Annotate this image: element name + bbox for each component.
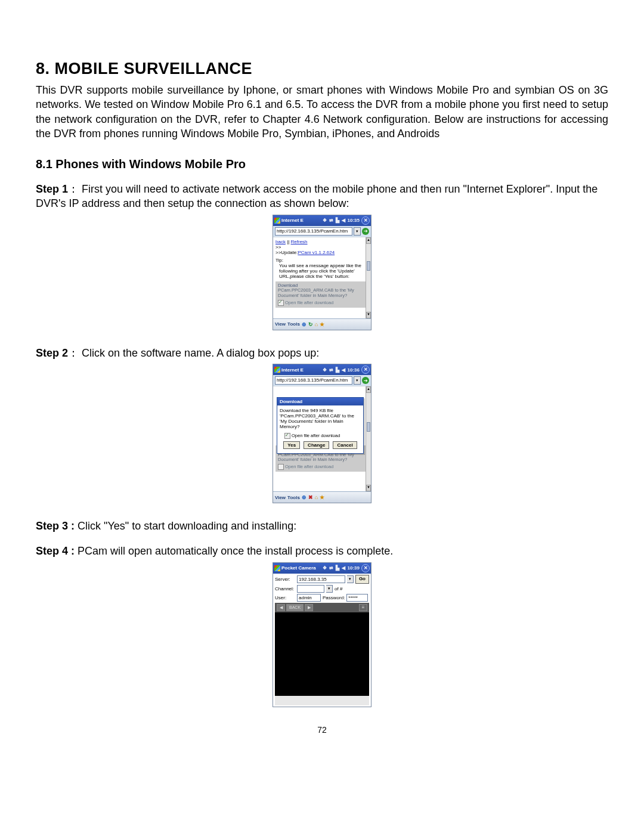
toolbar-favorites-icon[interactable]: ★ [320,321,324,327]
step-2-separator: ： [68,347,79,359]
bottom-toolbar: View Tools ⊕ ✖ ⌂ ★ [273,491,371,503]
toolbar-nav-icon[interactable]: ⊕ [302,321,306,327]
scroll-thumb[interactable] [367,422,370,432]
download-dialog: Download Download the 949 KB file 'PCam.… [277,397,364,454]
toolbar-home-icon[interactable]: ⌂ [315,494,318,500]
intro-paragraph: This DVR supports mobile surveillance by… [36,83,608,141]
user-input[interactable]: admin [297,594,321,602]
scroll-thumb[interactable] [367,261,370,271]
toolbar-refresh-icon[interactable]: ↻ [308,321,313,327]
go-button[interactable]: ➔ [362,377,369,384]
update-link[interactable]: PCam v1.1.2.624 [298,250,335,255]
channel-of-label: of # [335,586,342,592]
address-bar-row: http://192.168.3.135/PcamEn.htm ▾ ➔ [273,226,371,237]
address-bar-row: http://192.168.3.135/PcamEn.htm ▾ ➔ [273,375,371,386]
cancel-button[interactable]: Cancel [333,441,357,449]
step-1-label: Step 1 [36,183,68,195]
pcam-bottom-bar [275,696,369,705]
start-flag-icon[interactable] [274,367,280,373]
go-button[interactable]: Go [355,575,369,584]
back-button[interactable]: BACK [286,604,304,611]
browser-body: Download PCam.PPC2003_ARM.CAB to the 'My… [273,386,371,491]
close-icon[interactable]: ✕ [361,366,370,374]
section-heading: 8. MOBILE SURVEILLANCE [36,60,608,78]
gt-marker: >> [275,244,369,250]
bottom-toolbar: View Tools ⊕ ↻ ⌂ ★ [273,318,371,330]
toolbar-home-icon[interactable]: ⌂ [315,321,318,327]
step-4-text: PCam will open automatically once the in… [78,545,393,557]
scroll-up-icon[interactable]: ▲ [366,237,371,244]
tip-text: You will see a message appear like the f… [275,263,369,279]
password-input[interactable]: ***** [346,594,368,602]
view-menu[interactable]: View [275,495,286,500]
yes-button[interactable]: Yes [283,441,300,449]
back-link[interactable]: back [275,239,286,244]
bg-open-after-download-label: Open file after download [285,464,333,469]
step-1-text: First you will need to activate network … [36,183,597,209]
step-2: Step 2： Click on the software name. A di… [36,346,608,360]
connectivity-icon: ❖ [323,565,327,571]
connectivity-icon: ❖ [323,367,327,373]
open-after-download-label: Open file after download [292,433,340,438]
scroll-down-icon[interactable]: ▼ [366,312,371,318]
volume-icon: ◀ [342,218,345,223]
sync-icon: ⇄ [329,367,333,373]
address-input[interactable]: http://192.168.3.135/PcamEn.htm [275,227,352,236]
prev-channel-button[interactable]: ◀ [277,604,285,611]
volume-icon: ◀ [342,565,345,571]
download-preview-box: Download PCam.PPC2003_ARM.CAB to the 'My… [275,281,369,308]
screenshot-2-wrap: Internet E ❖ ⇄ ▙ ◀ 10:36 ✕ http://192.16… [36,364,608,503]
address-dropdown-icon[interactable]: ▾ [354,227,361,236]
next-channel-button[interactable]: ▶ [305,604,313,611]
channel-dropdown-icon[interactable]: ▾ [326,585,333,593]
step-3-label: Step 3 : [36,520,75,532]
menu-icon[interactable]: ≡ [359,604,367,611]
close-icon[interactable]: ✕ [361,564,370,572]
toolbar-stop-icon[interactable]: ✖ [308,494,313,500]
user-label: User: [275,595,295,600]
step-4-label: Step 4 : [36,545,75,557]
page-number: 72 [36,725,608,735]
toolbar-favorites-icon[interactable]: ★ [320,494,324,500]
screenshot-3-wrap: Pocket Camera ❖ ⇄ ▙ ◀ 10:39 ✕ Server: 19… [36,562,608,707]
step-3-text: Click "Yes" to start downloading and ins… [78,520,296,532]
toolbar-nav-icon[interactable]: ⊕ [302,494,306,500]
tools-menu[interactable]: Tools [287,321,300,327]
scroll-down-icon[interactable]: ▼ [366,485,371,491]
server-label: Server: [275,577,295,582]
screenshot-1-wrap: Internet E ❖ ⇄ ▙ ◀ 10:35 ✕ http://192.16… [36,215,608,330]
tools-menu[interactable]: Tools [287,495,300,500]
refresh-link[interactable]: Refresh [291,239,308,244]
go-button[interactable]: ➔ [362,228,369,235]
subsection-heading: 8.1 Phones with Windows Mobile Pro [36,157,608,171]
connectivity-icon: ❖ [323,218,327,223]
address-dropdown-icon[interactable]: ▾ [354,376,361,385]
address-input[interactable]: http://192.168.3.135/PcamEn.htm [275,376,352,385]
scrollbar[interactable]: ▲ ▼ [366,386,371,491]
server-input[interactable]: 192.168.3.35 [297,575,345,583]
browser-body: back || Refresh >> >>Update:PCam v1.1.2.… [273,237,371,318]
change-button[interactable]: Change [304,441,329,449]
scroll-up-icon[interactable]: ▲ [366,386,371,393]
password-label: Password: [323,595,345,600]
dialog-title: Download [277,398,363,405]
step-3: Step 3 : Click "Yes" to start downloadin… [36,519,608,533]
view-menu[interactable]: View [275,321,286,327]
step-4: Step 4 : PCam will open automatically on… [36,544,608,558]
server-dropdown-icon[interactable]: ▾ [347,575,354,583]
scrollbar[interactable]: ▲ ▼ [366,237,371,318]
preview-box-text: PCam.PPC2003_ARM.CAB to the 'My Document… [278,288,366,298]
step-2-text: Click on the software name. A dialog box… [82,347,319,359]
start-flag-icon[interactable] [274,565,280,571]
video-viewport [275,612,369,696]
tip-label: Tip: [275,258,283,263]
update-prefix: >>Update: [275,250,298,255]
open-after-download-checkbox[interactable] [278,300,284,306]
sync-icon: ⇄ [329,218,333,223]
channel-input[interactable] [297,585,324,593]
close-icon[interactable]: ✕ [361,216,370,225]
open-after-download-checkbox[interactable] [284,433,290,439]
clock-text: 10:36 [348,367,360,373]
titlebar: Pocket Camera ❖ ⇄ ▙ ◀ 10:39 ✕ [273,563,371,574]
start-flag-icon[interactable] [274,218,280,224]
